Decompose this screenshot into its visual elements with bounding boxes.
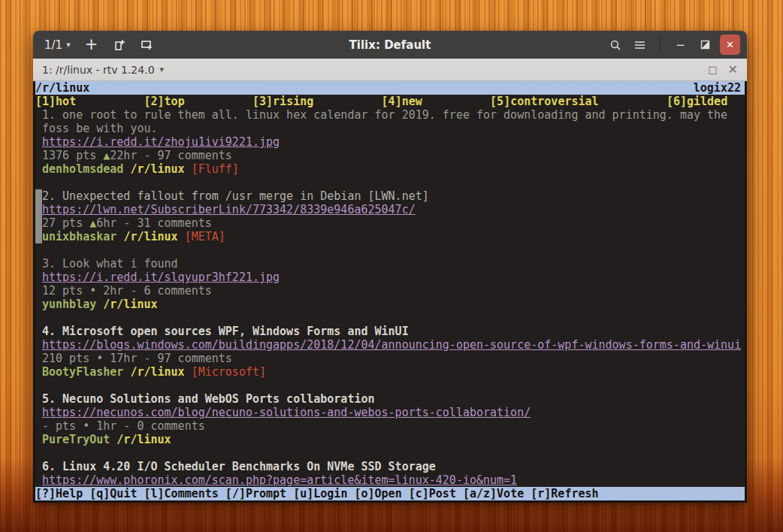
post-url-link[interactable]: https://lwn.net/SubscriberLink/773342/83… <box>42 203 416 216</box>
post-url-line: https://i.redd.it/zhoju1ivi9221.jpg <box>35 135 745 149</box>
titlebar[interactable]: 1/1 ▾ + Tilix: Default <box>33 31 747 59</box>
post-title[interactable]: 4. Microsoft open sources WPF, Windows F… <box>42 325 409 338</box>
indent <box>35 392 42 406</box>
post-url-line: https://lwn.net/SubscriberLink/773342/83… <box>35 203 745 216</box>
post-url-line: https://www.phoronix.com/scan.php?page=a… <box>35 473 745 487</box>
minimize-icon: − <box>676 38 685 52</box>
post-url-link[interactable]: https://blogs.windows.com/buildingapps/2… <box>42 338 741 352</box>
terminal-body[interactable]: /r/linux logix22 [1]hot [2]top [3]rising… <box>35 81 745 500</box>
menu-item-3[interactable]: [3]rising <box>252 95 313 108</box>
text-segment <box>185 365 192 379</box>
indent <box>35 108 42 122</box>
app-menu-button[interactable] <box>630 35 650 55</box>
text-segment: PureTryOut <box>42 433 110 446</box>
indent <box>35 446 42 460</box>
indent <box>35 284 42 298</box>
post-list: 1. one root to rule them all. linux hex … <box>35 108 745 487</box>
indent <box>35 135 42 149</box>
terminal-title-dropdown[interactable]: 1: /r/linux - rtv 1.24.0 ▾ <box>42 64 164 76</box>
post-title[interactable]: 2. Unexpected fallout from /usr merge in… <box>42 189 429 203</box>
terminal-close-button[interactable]: ✕ <box>728 62 738 77</box>
menu-item-2[interactable]: [2]top <box>144 95 185 108</box>
post-title[interactable]: 6. Linux 4.20 I/O Scheduler Benchmarks O… <box>42 460 436 473</box>
post-title-line: 4. Microsoft open sources WPF, Windows F… <box>35 325 745 338</box>
selection-cursor <box>35 230 42 243</box>
new-session-button[interactable]: + <box>80 35 103 56</box>
session-indicator: 1/1 <box>44 38 62 52</box>
post-url-link[interactable]: https://i.redd.it/slqyupr3hf221.jpg <box>42 271 280 284</box>
indent <box>35 460 42 473</box>
terminal-maximize-button[interactable]: □ <box>708 64 717 75</box>
selection-cursor <box>35 189 42 203</box>
add-terminal-right-button[interactable] <box>108 35 131 56</box>
terminal-tab-label: 1: /r/linux - rtv 1.24.0 <box>42 64 155 76</box>
restore-button[interactable] <box>695 35 715 55</box>
post-stats-line: 210 pts • 17hr - 97 comments <box>35 352 745 365</box>
text-segment: - pts • 1hr - 0 comments <box>42 419 205 433</box>
tilix-window: 1/1 ▾ + Tilix: Default <box>33 31 747 503</box>
close-button[interactable]: ✕ <box>720 35 740 55</box>
blank-line <box>35 379 745 392</box>
terminal-close-icon: ✕ <box>728 62 738 77</box>
terminal-maximize-icon: □ <box>708 64 717 75</box>
terminal-tab-bar: 1: /r/linux - rtv 1.24.0 ▾ □ ✕ <box>33 59 747 81</box>
search-button[interactable] <box>605 35 625 55</box>
text-segment: ▲ <box>89 216 96 230</box>
post-stats-line: 12 pts • 2hr - 6 comments <box>35 284 745 298</box>
text-segment: [Fluff] <box>192 162 239 176</box>
text-segment: /r/linux <box>116 433 171 446</box>
post-title-line: 2. Unexpected fallout from /usr merge in… <box>35 189 745 203</box>
indent <box>35 271 42 284</box>
post-title[interactable]: 5. Necuno Solutions and WebOS Ports coll… <box>42 392 375 406</box>
post-url-link[interactable]: https://necunos.com/blog/necuno-solution… <box>42 406 531 419</box>
session-selector[interactable]: 1/1 ▾ <box>40 35 75 55</box>
menu-item-6[interactable]: [6]gilded <box>667 95 727 108</box>
post-title-line: 3. Look what i found <box>35 257 745 271</box>
menu-item-4[interactable]: [4]new <box>382 95 422 108</box>
shortcut-footer-bar: [?]Help [q]Quit [l]Comments [/]Prompt [u… <box>35 487 745 500</box>
menu-item-1[interactable]: [1]hot <box>35 95 76 108</box>
menu-icon <box>634 41 645 50</box>
text-segment: 210 pts • 17hr - 97 comments <box>42 352 232 365</box>
post-author-line: PureTryOut /r/linux <box>35 433 745 446</box>
subreddit-header-bar: /r/linux logix22 <box>35 81 745 95</box>
add-terminal-down-button[interactable] <box>136 35 159 56</box>
post-stats-line: - pts • 1hr - 0 comments <box>35 419 745 433</box>
add-terminal-right-icon <box>113 39 125 51</box>
post-url-link[interactable]: https://i.redd.it/zhoju1ivi9221.jpg <box>42 135 280 149</box>
indent <box>35 419 42 433</box>
plus-icon: + <box>85 35 98 53</box>
indent <box>35 352 42 365</box>
post-author-line: yunhblay /r/linux <box>35 298 745 311</box>
post-title[interactable]: foss be with you. <box>42 122 158 135</box>
text-segment: 6hr - 31 comments <box>96 216 212 230</box>
indent <box>35 311 42 325</box>
text-segment: /r/linux <box>130 365 184 379</box>
text-segment: 1376 pts <box>42 149 103 162</box>
post-url-link[interactable]: https://www.phoronix.com/scan.php?page=a… <box>42 473 517 487</box>
text-segment: [META] <box>185 230 225 243</box>
text-segment: /r/linux <box>130 162 184 176</box>
text-segment: /r/linux <box>103 298 157 311</box>
menu-item-5[interactable]: [5]controversial <box>490 95 599 108</box>
indent <box>35 365 42 379</box>
subreddit-name: /r/linux <box>35 81 89 95</box>
text-segment: ▲ <box>103 149 110 162</box>
text-segment: BootyFlasher <box>42 365 123 379</box>
post-title[interactable]: 3. Look what i found <box>42 257 178 271</box>
post-title-line: 6. Linux 4.20 I/O Scheduler Benchmarks O… <box>35 460 745 473</box>
add-terminal-down-icon <box>141 39 153 51</box>
indent <box>35 338 42 352</box>
text-segment: denholmsdead <box>42 162 123 176</box>
minimize-button[interactable]: − <box>670 35 691 55</box>
text-segment: /r/linux <box>123 230 177 243</box>
post-stats-line: 1376 pts ▲22hr - 97 comments <box>35 149 745 162</box>
blank-line <box>35 311 745 325</box>
indent <box>35 433 42 446</box>
post-title-line: 5. Necuno Solutions and WebOS Ports coll… <box>35 392 745 406</box>
close-icon: ✕ <box>726 39 734 50</box>
post-title-line: foss be with you. <box>35 122 745 135</box>
post-title[interactable]: 1. one root to rule them all. linux hex … <box>42 108 727 122</box>
blank-line <box>35 446 745 460</box>
search-icon <box>609 39 621 51</box>
